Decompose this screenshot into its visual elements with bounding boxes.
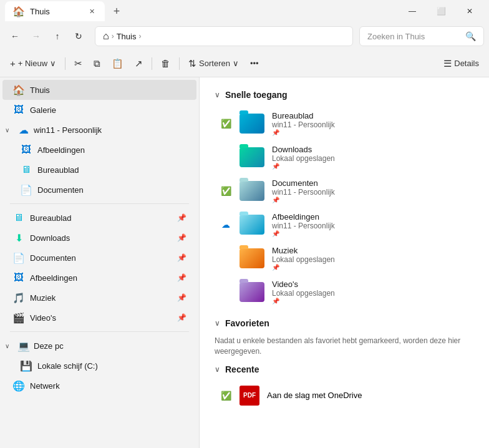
favorites-chevron[interactable]: ∨ — [215, 319, 220, 328]
sidebar-item-videos[interactable]: 🎬 Video's 📌 — [2, 308, 196, 328]
sidebar-divider2 — [10, 331, 189, 332]
sidebar-item-afbeeldingen[interactable]: 🖼 Afbeeldingen 📌 — [2, 268, 196, 288]
recent-chevron[interactable]: ∨ — [215, 365, 220, 374]
new-tab-button[interactable]: + — [107, 2, 126, 21]
toolbar-sep3 — [179, 57, 180, 70]
file-item-video[interactable]: Video's Lokaal opgeslagen 📌 — [215, 276, 474, 308]
sidebar-cloud-label: win11 - Persoonlijk — [34, 125, 194, 135]
close-button[interactable]: ✕ — [455, 0, 484, 22]
new-label: + Nieuw — [18, 59, 47, 68]
file-sub-video: Lokaal opgeslagen — [272, 289, 469, 298]
docs2-icon: 📄 — [12, 252, 25, 264]
pin-icon-bureau: 📌 — [177, 213, 186, 222]
sidebar-item-documenten[interactable]: 📄 Documenten 📌 — [2, 248, 196, 268]
file-sub-images: win11 - Persoonlijk — [272, 222, 469, 230]
titlebar: 🏠 Thuis ✕ + — ⬜ ✕ — [0, 0, 489, 22]
cloud-expand-icon: ∨ — [5, 127, 14, 134]
folder-icon-images — [240, 212, 264, 237]
sidebar-item-bureau[interactable]: 🖥 Bureaublad 📌 — [2, 208, 196, 228]
sidebar-bureau-label: Bureaublad — [30, 213, 172, 223]
details-button[interactable]: ☰ Details — [438, 54, 484, 74]
recent-file-name: Aan de slag met OneDrive — [267, 391, 362, 400]
copy-button[interactable]: ⧉ — [89, 54, 105, 74]
pc-expand-icon: ∨ — [5, 343, 14, 349]
sidebar-network-label: Netwerk — [30, 381, 186, 391]
pin-icon-music: 📌 — [177, 293, 186, 302]
music-icon: 🎵 — [12, 292, 25, 304]
file-name-dl: Downloads — [272, 145, 469, 154]
quick-access-chevron[interactable]: ∨ — [215, 90, 220, 99]
up-button[interactable]: ↑ — [47, 26, 67, 46]
paste-button[interactable]: 📋 — [107, 54, 128, 74]
back-button[interactable]: ← — [5, 26, 25, 46]
sidebar-cloud-group[interactable]: ∨ ☁ win11 - Persoonlijk — [0, 120, 199, 140]
file-pin-images: 📌 — [272, 230, 469, 237]
sort-icon: ⇅ — [188, 58, 196, 69]
favorites-note: Nadat u enkele bestanden als favoriet he… — [215, 336, 474, 357]
file-info-docs: Documenten win11 - Persoonlijk 📌 — [272, 178, 469, 203]
tab-title: Thuis — [30, 7, 81, 16]
copy-icon: ⧉ — [94, 58, 100, 69]
active-tab[interactable]: 🏠 Thuis ✕ — [5, 1, 105, 21]
file-item-bureau[interactable]: ✅ Bureaublad win11 - Persoonlijk 📌 — [215, 107, 474, 140]
file-item-downloads[interactable]: Downloads Lokaal opgeslagen 📌 — [215, 141, 474, 173]
new-arrow: ∨ — [50, 59, 56, 68]
sidebar-pc-group[interactable]: ∨ 💻 Deze pc — [0, 336, 199, 356]
delete-button[interactable]: 🗑 — [156, 54, 175, 74]
file-sub-dl: Lokaal opgeslagen — [272, 154, 469, 163]
search-icon[interactable]: 🔍 — [465, 31, 476, 41]
file-name-docs: Documenten — [272, 178, 469, 188]
recent-title: Recente — [225, 364, 259, 374]
sidebar-cloud-images-label: Afbeeldingen — [37, 145, 186, 155]
folder-icon-docs — [240, 178, 264, 203]
toolbar-sep2 — [152, 57, 152, 70]
sidebar-item-cloud-docs[interactable]: 📄 Documenten — [2, 180, 196, 200]
breadcrumb-home-icon: ⌂ — [103, 31, 109, 42]
quick-access-grid: ✅ Bureaublad win11 - Persoonlijk 📌 Downl… — [215, 107, 474, 308]
file-name-video: Video's — [272, 280, 469, 289]
gallery-icon: 🖼 — [12, 104, 25, 115]
sidebar-item-cloud-images[interactable]: 🖼 Afbeeldingen — [2, 140, 196, 160]
pin-icon-video: 📌 — [177, 313, 186, 322]
file-item-docs[interactable]: ✅ Documenten win11 - Persoonlijk 📌 — [215, 175, 474, 207]
new-button[interactable]: + + Nieuw ∨ — [5, 54, 61, 74]
tab-close-button[interactable]: ✕ — [86, 6, 97, 17]
breadcrumb-thuis[interactable]: Thuis — [117, 32, 137, 41]
video-icon: 🎬 — [12, 312, 25, 324]
sidebar-item-disk[interactable]: 💾 Lokale schijf (C:) — [2, 356, 196, 376]
recent-item-onedrive[interactable]: ✅ PDF Aan de slag met OneDrive — [215, 382, 474, 409]
breadcrumb-sep2: › — [138, 32, 141, 41]
status-check-onedrive: ✅ — [220, 391, 232, 401]
status-check-docs: ✅ — [220, 186, 232, 196]
docs-icon: 📄 — [20, 184, 32, 196]
disk-icon: 💾 — [20, 360, 32, 372]
file-info-dl: Downloads Lokaal opgeslagen 📌 — [272, 145, 469, 170]
cut-icon: ✂ — [74, 58, 82, 69]
more-button[interactable]: ••• — [245, 54, 264, 74]
share-icon: ↗ — [135, 58, 143, 69]
sidebar-item-netwerk[interactable]: 🌐 Netwerk — [2, 376, 196, 396]
refresh-button[interactable]: ↻ — [69, 26, 89, 46]
sidebar-cloud-bureau-label: Bureaublad — [37, 165, 186, 175]
forward-button[interactable]: → — [26, 26, 46, 46]
sort-button[interactable]: ⇅ Sorteren ∨ — [183, 54, 244, 74]
pin-icon-dl: 📌 — [177, 233, 186, 242]
share-button[interactable]: ↗ — [130, 54, 148, 74]
paste-icon: 📋 — [112, 58, 123, 69]
status-cloud-images: ☁ — [220, 220, 232, 230]
search-box[interactable]: Zoeken in Thuis 🔍 — [359, 26, 484, 46]
file-item-images[interactable]: ☁ Afbeeldingen win11 - Persoonlijk 📌 — [215, 208, 474, 241]
minimize-button[interactable]: — — [398, 0, 427, 22]
sidebar-item-galerie[interactable]: 🖼 Galerie — [2, 100, 196, 120]
sidebar-item-cloud-bureau[interactable]: 🖥 Bureaublad — [2, 160, 196, 180]
sidebar-thuis-label: Thuis — [30, 85, 186, 95]
file-pin-bureau: 📌 — [272, 129, 469, 136]
sidebar-item-thuis[interactable]: 🏠 Thuis — [2, 80, 196, 100]
cut-button[interactable]: ✂ — [69, 54, 87, 74]
maximize-button[interactable]: ⬜ — [427, 0, 455, 22]
sidebar-item-downloads[interactable]: ⬇ Downloads 📌 — [2, 228, 196, 248]
sidebar-item-muziek[interactable]: 🎵 Muziek 📌 — [2, 288, 196, 308]
breadcrumb[interactable]: ⌂ › Thuis › — [95, 26, 353, 46]
file-item-music[interactable]: Muziek Lokaal opgeslagen 📌 — [215, 242, 474, 275]
downloads-icon: ⬇ — [12, 232, 25, 244]
